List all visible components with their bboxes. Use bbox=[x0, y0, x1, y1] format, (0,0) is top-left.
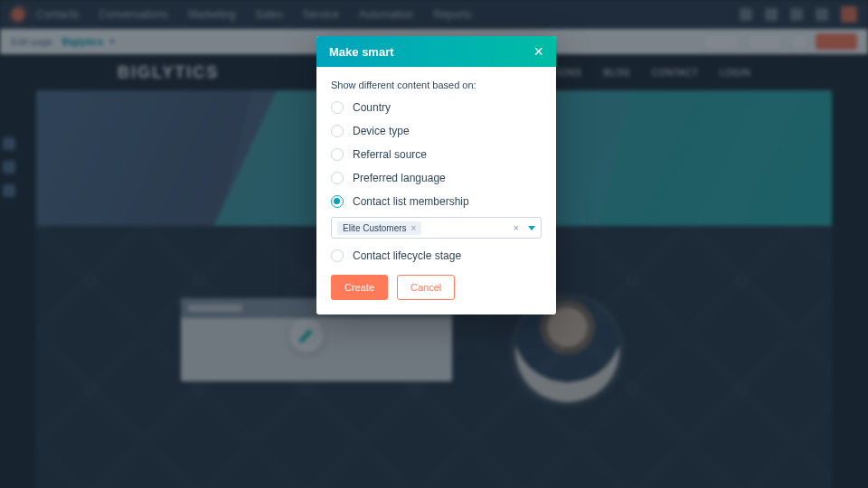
radio-label: Country bbox=[353, 101, 391, 114]
cancel-button[interactable]: Cancel bbox=[397, 275, 455, 300]
radio-icon bbox=[331, 101, 344, 114]
radio-icon bbox=[331, 148, 344, 161]
chevron-down-icon[interactable] bbox=[528, 226, 535, 230]
modal-header: Make smart × bbox=[316, 36, 556, 67]
make-smart-modal: Make smart × Show different content base… bbox=[316, 36, 556, 314]
chip-text: Elite Customers bbox=[343, 223, 407, 233]
radio-label: Referral source bbox=[353, 148, 427, 161]
radio-device-type[interactable]: Device type bbox=[331, 125, 542, 137]
radio-preferred-language[interactable]: Preferred language bbox=[331, 172, 542, 184]
close-icon[interactable]: × bbox=[533, 43, 543, 60]
radio-contact-lifecycle-stage[interactable]: Contact lifecycle stage bbox=[331, 249, 542, 262]
modal-title: Make smart bbox=[329, 45, 394, 59]
radio-icon bbox=[331, 249, 344, 262]
clear-select-icon[interactable]: × bbox=[514, 222, 519, 233]
radio-country[interactable]: Country bbox=[331, 101, 542, 114]
radio-label: Contact list membership bbox=[353, 195, 469, 208]
modal-prompt: Show different content based on: bbox=[331, 80, 542, 90]
selected-chip: Elite Customers × bbox=[337, 221, 421, 235]
radio-contact-list-membership[interactable]: Contact list membership bbox=[331, 195, 542, 208]
remove-chip-icon[interactable]: × bbox=[411, 223, 417, 233]
radio-icon bbox=[331, 125, 344, 137]
radio-referral-source[interactable]: Referral source bbox=[331, 148, 542, 161]
radio-icon bbox=[331, 195, 344, 208]
radio-label: Device type bbox=[353, 125, 410, 137]
radio-label: Contact lifecycle stage bbox=[353, 249, 461, 262]
radio-icon bbox=[331, 172, 344, 184]
create-button[interactable]: Create bbox=[331, 275, 388, 300]
contact-list-select[interactable]: Elite Customers × × bbox=[331, 217, 542, 239]
radio-label: Preferred language bbox=[353, 172, 446, 184]
